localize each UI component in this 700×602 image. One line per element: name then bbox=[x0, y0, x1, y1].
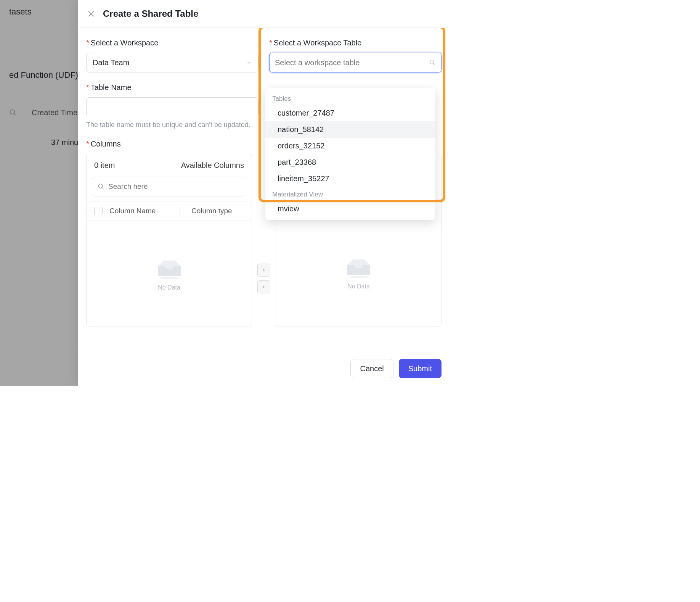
select-workspace-value: Data Team bbox=[93, 58, 129, 67]
hint-table-name: The table name must be unique and can't … bbox=[86, 121, 258, 129]
available-empty-state: No Data bbox=[87, 221, 252, 327]
submit-button[interactable]: Submit bbox=[399, 359, 442, 378]
search-icon bbox=[429, 59, 436, 66]
input-table-name[interactable] bbox=[86, 97, 258, 117]
selected-empty-state: No Data bbox=[276, 219, 441, 327]
label-table-name: *Table Name bbox=[86, 83, 258, 92]
create-shared-table-drawer: Create a Shared Table *Select a Workspac… bbox=[78, 0, 450, 386]
select-workspace[interactable]: Data Team bbox=[86, 53, 258, 72]
drawer-title: Create a Shared Table bbox=[103, 8, 198, 19]
available-columns-search[interactable] bbox=[92, 177, 246, 196]
dropdown-group-label: Tables bbox=[265, 91, 435, 105]
drawer-body: *Select a Workspace Data Team *Table Nam… bbox=[78, 28, 450, 351]
inbox-icon bbox=[344, 256, 374, 278]
dropdown-item[interactable]: customer_27487 bbox=[265, 105, 435, 121]
label-select-workspace-table: *Select a Workspace Table bbox=[269, 39, 442, 47]
close-icon[interactable] bbox=[87, 10, 95, 18]
selected-empty-text: No Data bbox=[347, 283, 370, 290]
svg-point-9 bbox=[349, 276, 369, 278]
dropdown-item[interactable]: mview bbox=[265, 201, 435, 217]
header-column-name: Column Name bbox=[109, 207, 180, 215]
chevron-right-icon bbox=[262, 268, 266, 272]
label-select-workspace: *Select a Workspace bbox=[86, 39, 258, 47]
svg-line-7 bbox=[102, 187, 103, 189]
dropdown-item[interactable]: lineitem_35227 bbox=[265, 171, 435, 187]
workspace-table-dropdown[interactable]: Tablescustomer_27487nation_58142orders_3… bbox=[265, 88, 435, 220]
available-count: 0 item bbox=[94, 161, 115, 170]
dropdown-item[interactable]: nation_58142 bbox=[265, 121, 435, 138]
svg-point-8 bbox=[159, 277, 179, 279]
cancel-button[interactable]: Cancel bbox=[350, 359, 393, 378]
available-columns-header: Column Name Column type bbox=[87, 201, 252, 221]
transfer-buttons bbox=[257, 264, 270, 293]
transfer-left-button[interactable] bbox=[257, 280, 270, 293]
inbox-icon bbox=[154, 257, 185, 280]
header-column-type: Column type bbox=[187, 207, 244, 215]
select-all-checkbox[interactable] bbox=[94, 207, 103, 215]
svg-point-6 bbox=[98, 184, 103, 188]
available-empty-text: No Data bbox=[158, 284, 180, 291]
transfer-right-button[interactable] bbox=[257, 264, 270, 277]
available-columns-panel: 0 item Available Columns Column Name Col… bbox=[86, 154, 252, 327]
chevron-down-icon bbox=[246, 60, 252, 66]
svg-line-5 bbox=[433, 63, 435, 65]
input-workspace-table-search[interactable] bbox=[275, 58, 426, 67]
svg-point-4 bbox=[430, 60, 434, 64]
dropdown-group-label: Materialized View bbox=[265, 187, 435, 201]
drawer-footer: Cancel Submit bbox=[78, 351, 450, 386]
select-workspace-table[interactable] bbox=[269, 53, 442, 72]
chevron-left-icon bbox=[262, 285, 266, 289]
available-title: Available Columns bbox=[181, 161, 244, 170]
available-columns-search-input[interactable] bbox=[108, 182, 241, 191]
dropdown-item[interactable]: orders_32152 bbox=[265, 138, 435, 154]
drawer-header: Create a Shared Table bbox=[78, 0, 450, 28]
search-icon bbox=[98, 183, 104, 190]
dropdown-item[interactable]: part_23368 bbox=[265, 154, 435, 171]
